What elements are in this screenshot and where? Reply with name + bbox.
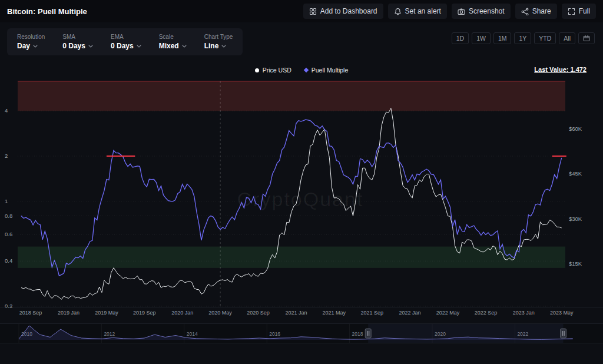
- dropdown-label: Chart Type: [204, 34, 233, 40]
- add-to-dashboard-button[interactable]: Add to Dashboard: [303, 4, 383, 19]
- chevron-down-icon: [137, 45, 141, 48]
- x-axis-tick: 2020 Sep: [247, 310, 270, 316]
- dropdown-label: Scale: [159, 34, 187, 40]
- left-axis-tick: 1: [5, 198, 8, 204]
- x-axis-tick: 2019 Jan: [58, 310, 79, 316]
- action-label: Screenshot: [469, 7, 505, 15]
- scrubber-left-handle[interactable]: [365, 329, 371, 338]
- legend-label: Puell Multiple: [312, 67, 348, 74]
- x-axis-tick: 2021 May: [323, 310, 346, 316]
- calendar-button[interactable]: [578, 32, 595, 44]
- puell-multiple-chart[interactable]: 4210.80.60.40.2$60K$45K$30K$15KCryptoQua…: [0, 78, 603, 320]
- range-1w-button[interactable]: 1W: [472, 32, 491, 44]
- left-axis-tick: 0.2: [5, 303, 12, 309]
- left-axis-tick: 0.6: [5, 231, 12, 237]
- chevron-down-icon: [182, 45, 187, 48]
- scale-dropdown[interactable]: ScaleMixed: [150, 32, 196, 51]
- cryptoquant-app: Bitcoin: Puell Multiple Add to Dashboard…: [0, 0, 603, 364]
- scrubber-year-label: 2012: [104, 331, 115, 337]
- right-axis-tick: $45K: [569, 170, 582, 177]
- action-label: Set an alert: [405, 7, 441, 15]
- set-an-alert-button[interactable]: Set an alert: [388, 4, 447, 19]
- action-label: Add to Dashboard: [320, 7, 377, 15]
- fullscreen-icon: [568, 8, 575, 15]
- sma-dropdown[interactable]: SMA0 Days: [54, 32, 102, 51]
- screenshot-button[interactable]: Screenshot: [452, 4, 511, 19]
- range-1m-button[interactable]: 1M: [493, 32, 512, 44]
- x-axis-tick: 2021 Sep: [360, 310, 383, 316]
- x-axis-tick: 2021 Jan: [285, 310, 307, 316]
- left-axis-tick: 2: [5, 153, 8, 159]
- last-value-label: Last Value: 1.472: [534, 66, 587, 73]
- left-axis-tick: 0.8: [5, 213, 12, 219]
- action-label: Share: [532, 7, 551, 15]
- scrubber-year-label: 2016: [269, 331, 280, 337]
- x-axis-tick: 2020 Jan: [171, 310, 193, 316]
- x-axis-tick: 2023 May: [550, 310, 574, 316]
- scrubber-year-label: 2014: [187, 331, 198, 337]
- timeline-scrubber[interactable]: 2010201220142016201820202022: [0, 323, 603, 343]
- selected-range-window[interactable]: [368, 324, 563, 343]
- diamond-marker-icon: [304, 68, 309, 72]
- ema-dropdown[interactable]: EMA0 Days: [102, 32, 150, 51]
- full-button[interactable]: Full: [562, 4, 596, 19]
- share-icon: [521, 8, 529, 15]
- scrubber-right-handle[interactable]: [561, 329, 566, 338]
- range-1d-button[interactable]: 1D: [452, 32, 469, 44]
- circle-marker-icon: [255, 68, 259, 72]
- x-axis-tick: 2022 May: [436, 310, 460, 316]
- x-axis-tick: 2020 May: [208, 310, 232, 316]
- chart-type-dropdown[interactable]: Chart TypeLine: [196, 32, 242, 51]
- left-axis-tick: 4: [5, 107, 8, 114]
- resolution-dropdown[interactable]: ResolutionDay: [8, 32, 54, 51]
- alert-bell-icon: [394, 8, 402, 15]
- x-axis-tick: 2019 Sep: [133, 310, 156, 316]
- camera-icon: [458, 8, 465, 15]
- range-selector: 1D1W1M1YYTDAll: [452, 32, 595, 44]
- top-bar: Bitcoin: Puell Multiple Add to Dashboard…: [0, 0, 603, 22]
- x-axis-tick: 2022 Sep: [475, 310, 498, 316]
- undervalued-zone: [18, 247, 565, 268]
- legend-label: Price USD: [263, 67, 291, 74]
- dropdown-label: EMA: [111, 34, 141, 40]
- range-1y-button[interactable]: 1Y: [514, 32, 531, 44]
- dropdown-value: 0 Days: [62, 42, 85, 50]
- dropdown-value: Mixed: [159, 42, 179, 50]
- right-axis-tick: $30K: [569, 216, 582, 222]
- x-axis-tick: 2023 Jan: [513, 310, 535, 316]
- dropdown-label: Resolution: [17, 34, 45, 40]
- right-axis-tick: $60K: [569, 125, 582, 132]
- page-title: Bitcoin: Puell Multiple: [7, 7, 87, 16]
- dropdown-value: 0 Days: [111, 42, 134, 50]
- chart-settings-toolbar: ResolutionDaySMA0 DaysEMA0 DaysScaleMixe…: [7, 28, 243, 55]
- legend-item-price-usd[interactable]: Price USD: [255, 67, 291, 74]
- dashboard-icon: [309, 8, 317, 15]
- dropdown-label: SMA: [62, 34, 93, 40]
- chart-legend: Price USDPuell Multiple: [0, 65, 603, 75]
- range-ytd-button[interactable]: YTD: [534, 32, 556, 44]
- action-label: Full: [579, 7, 590, 15]
- scrubber-year-label: 2018: [352, 331, 363, 337]
- overvalued-zone: [18, 81, 565, 111]
- x-axis-tick: 2022 Jan: [399, 310, 421, 316]
- chevron-down-icon: [221, 45, 226, 48]
- right-axis-tick: $15K: [569, 260, 582, 267]
- legend-item-puell-multiple[interactable]: Puell Multiple: [304, 67, 348, 74]
- header-actions: Add to DashboardSet an alertScreenshotSh…: [303, 4, 596, 19]
- chevron-down-icon: [33, 45, 38, 48]
- left-axis-tick: 0.4: [5, 257, 12, 264]
- share-button[interactable]: Share: [515, 4, 557, 19]
- x-axis-tick: 2018 Sep: [19, 310, 42, 316]
- dropdown-value: Line: [204, 42, 219, 50]
- range-all-button[interactable]: All: [559, 32, 575, 44]
- dropdown-value: Day: [17, 42, 30, 50]
- chevron-down-icon: [88, 45, 93, 48]
- x-axis-tick: 2019 May: [95, 310, 118, 316]
